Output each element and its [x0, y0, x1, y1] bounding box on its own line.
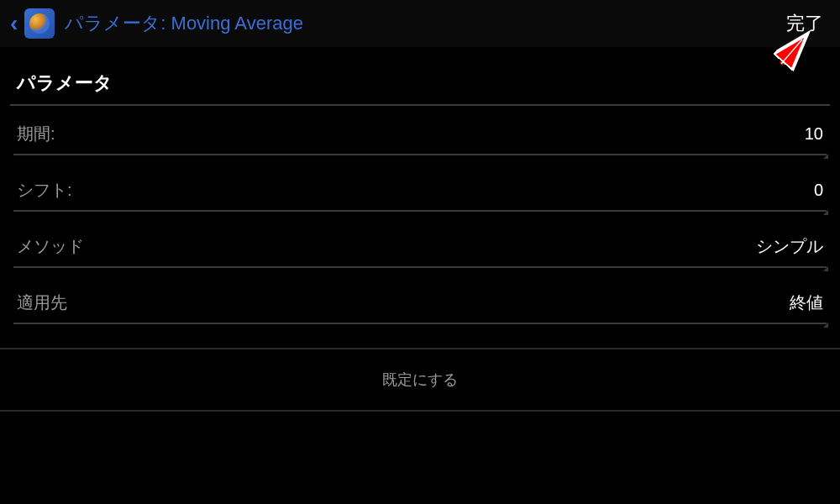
header-bar: ‹ パラメータ: Moving Average 完了	[0, 0, 840, 47]
app-icon-graphic	[29, 13, 50, 34]
content-area: パラメータ 期間: 10 シフト: 0 メソッド シンプル 適用先 終値 既定に…	[0, 47, 840, 412]
section-title: パラメータ	[0, 71, 840, 104]
param-label-method: メソッド	[17, 235, 84, 258]
input-underline	[13, 323, 827, 324]
page-title: パラメータ: Moving Average	[65, 11, 780, 36]
app-icon[interactable]	[24, 8, 55, 39]
back-icon[interactable]: ‹	[10, 10, 18, 37]
param-value-period: 10	[805, 124, 823, 144]
input-underline	[13, 266, 827, 268]
input-underline	[13, 210, 827, 212]
param-row-shift[interactable]: シフト: 0	[0, 162, 840, 218]
param-label-apply-to: 適用先	[17, 291, 67, 314]
param-label-period: 期間:	[17, 123, 55, 145]
reset-to-default-button[interactable]: 既定にする	[0, 349, 840, 410]
input-underline	[13, 154, 827, 155]
param-row-period[interactable]: 期間: 10	[0, 106, 840, 162]
param-label-shift: シフト:	[17, 179, 72, 202]
param-row-method[interactable]: メソッド シンプル	[0, 218, 840, 275]
param-row-apply-to[interactable]: 適用先 終値	[0, 275, 840, 331]
done-button[interactable]: 完了	[780, 8, 830, 39]
param-value-shift: 0	[814, 181, 823, 200]
param-value-method: シンプル	[756, 235, 823, 258]
param-value-apply-to: 終値	[790, 291, 823, 314]
divider	[0, 410, 840, 412]
